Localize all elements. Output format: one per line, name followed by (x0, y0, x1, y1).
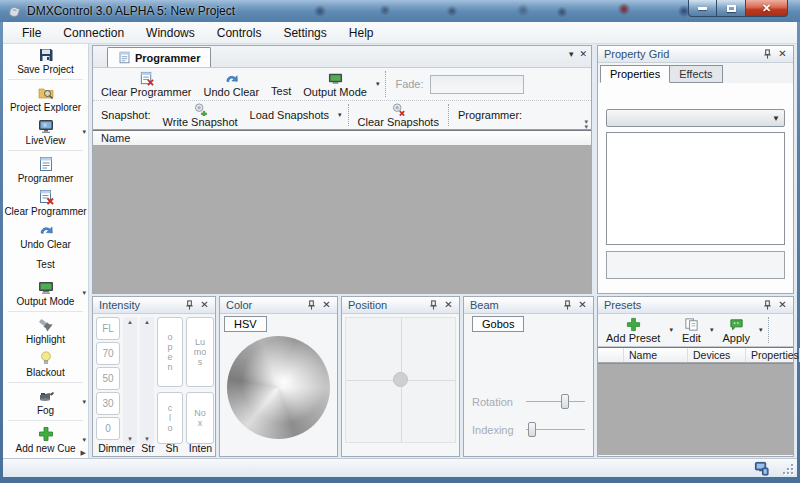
shutter-open-button[interactable]: o p e n (157, 317, 183, 387)
property-grid-description-box (606, 251, 785, 279)
pin-icon[interactable] (760, 47, 775, 61)
menu-settings[interactable]: Settings (272, 22, 337, 44)
network-status-icon[interactable] (754, 461, 769, 476)
column-header-name[interactable]: Name (93, 132, 130, 144)
column-header-name[interactable]: Name (624, 348, 688, 362)
hsv-color-wheel[interactable] (227, 336, 330, 439)
panel-close-icon[interactable]: ✕ (441, 298, 456, 312)
menu-windows[interactable]: Windows (135, 22, 206, 44)
sidebar-item-project-explorer[interactable]: Project Explorer (3, 82, 88, 115)
chevron-down-icon[interactable]: ▾ (82, 398, 86, 406)
rotation-slider-thumb[interactable] (561, 394, 569, 409)
write-snapshot-button[interactable]: Write Snapshot (157, 102, 244, 128)
sidebar-item-programmer[interactable]: Programmer (3, 153, 88, 186)
shutter-close-button[interactable]: c l o (157, 392, 183, 444)
property-grid-list[interactable] (606, 132, 785, 245)
indexing-slider[interactable] (526, 422, 585, 437)
title-bar[interactable]: DMXControl 3.0 ALPHA 5: New Project ✕ (0, 0, 800, 22)
test-button[interactable]: Test (265, 69, 297, 99)
dimmer-preset-full[interactable]: FL (96, 317, 120, 340)
pin-icon[interactable] (760, 298, 775, 312)
output-mode-dropdown-icon[interactable]: ▾ (373, 80, 383, 88)
apply-preset-button[interactable]: Apply (716, 315, 756, 345)
column-header-devices[interactable]: Devices (688, 348, 746, 362)
dimmer-preset-30[interactable]: 30 (96, 392, 120, 415)
add-preset-button[interactable]: Add Preset (600, 315, 666, 345)
chevron-down-icon[interactable]: ▾ (82, 436, 86, 444)
sidebar-item-output-mode[interactable]: Output Mode ▾ (3, 276, 88, 309)
minimize-button[interactable] (688, 0, 717, 17)
maximize-button[interactable] (717, 0, 745, 17)
toolbar-separator (385, 71, 386, 97)
panel-close-icon[interactable]: ✕ (319, 298, 334, 312)
tab-properties[interactable]: Properties (600, 65, 670, 83)
dimmer-preset-50[interactable]: 50 (96, 367, 120, 390)
load-snapshots-dropdown-icon[interactable]: ▾ (335, 111, 345, 119)
sidebar-item-clear-programmer[interactable]: Clear Programmer (3, 186, 88, 219)
menu-connection[interactable]: Connection (52, 22, 135, 44)
add-preset-dropdown-icon[interactable]: ▾ (666, 326, 676, 334)
pin-icon[interactable] (426, 298, 441, 312)
dimmer-preset-70[interactable]: 70 (96, 342, 120, 365)
pin-icon[interactable] (304, 298, 319, 312)
apply-preset-dropdown-icon[interactable]: ▾ (756, 326, 766, 334)
test-label: Test (271, 85, 291, 97)
panel-close-icon[interactable]: ✕ (197, 298, 212, 312)
position-handle[interactable] (393, 372, 408, 387)
close-button[interactable]: ✕ (745, 0, 788, 17)
load-snapshots-button[interactable]: Load Snapshots (244, 102, 336, 128)
rotation-row: Rotation (464, 394, 593, 409)
undo-clear-button[interactable]: Undo Clear (197, 69, 265, 99)
tab-programmer[interactable]: Programmer (107, 47, 211, 67)
edit-preset-button[interactable]: Edit (676, 315, 707, 345)
tab-programmer-label: Programmer (135, 52, 200, 64)
toolbar-overflow-icon[interactable]: ▾▾ (584, 119, 588, 129)
edit-preset-dropdown-icon[interactable]: ▾ (707, 326, 717, 334)
sidebar-item-test[interactable]: Test (3, 252, 88, 276)
dimmer-fader[interactable]: ▲ ▼ (123, 317, 137, 444)
app-window: DMXControl 3.0 ALPHA 5: New Project ✕ Fi… (0, 0, 800, 483)
panel-close-icon[interactable]: ✕ (775, 298, 790, 312)
sidebar-item-save-project[interactable]: Save Project (3, 44, 88, 77)
sidebar-item-highlight[interactable]: Highlight (3, 314, 88, 347)
tab-effects[interactable]: Effects (670, 65, 722, 83)
output-mode-button[interactable]: Output Mode (297, 69, 373, 99)
fade-input[interactable] (430, 75, 524, 94)
inten-label: Inten (185, 442, 216, 454)
strobe-fader[interactable]: ▲ ▼ (140, 317, 154, 444)
indexing-slider-thumb[interactable] (528, 422, 536, 437)
panel-close-icon[interactable]: ✕ (575, 298, 590, 312)
pin-icon[interactable] (182, 298, 197, 312)
rotation-slider[interactable] (526, 394, 585, 409)
panel-menu-icon[interactable]: ▾ (569, 49, 574, 59)
dimmer-preset-0[interactable]: 0 (96, 417, 120, 440)
sidebar-item-add-new-cue[interactable]: Add new Cue ▾ (3, 423, 88, 456)
presets-grid-body[interactable] (598, 363, 793, 455)
position-pad[interactable] (345, 317, 456, 443)
chevron-down-icon[interactable]: ▾ (82, 289, 86, 297)
sidebar-item-undo-clear[interactable]: Undo Clear (3, 219, 88, 252)
column-header-properties[interactable]: Properties (746, 348, 800, 362)
sidebar-scroll-arrow[interactable]: ▶ (81, 449, 86, 457)
panel-close-icon[interactable]: ✕ (579, 49, 587, 59)
menu-help[interactable]: Help (338, 22, 385, 44)
sidebar-item-fog[interactable]: Fog ▾ (3, 385, 88, 418)
resize-grip[interactable] (782, 463, 793, 474)
sidebar-item-blackout[interactable]: Blackout (3, 347, 88, 380)
clear-snapshots-button[interactable]: Clear Snapshots (352, 102, 445, 128)
fader-up-icon[interactable]: ▲ (144, 319, 150, 325)
nox-button[interactable]: No x (186, 392, 214, 444)
menu-file[interactable]: File (11, 22, 52, 44)
chevron-down-icon[interactable]: ▾ (82, 128, 86, 136)
tab-hsv[interactable]: HSV (224, 316, 267, 332)
lumos-button[interactable]: Lu mo s (186, 317, 214, 387)
fader-up-icon[interactable]: ▲ (127, 319, 133, 325)
sidebar-item-liveview[interactable]: LiveView ▾ (3, 115, 88, 148)
clear-programmer-button[interactable]: Clear Programmer (95, 69, 197, 99)
menu-controls[interactable]: Controls (206, 22, 273, 44)
programmer-list-body[interactable] (93, 146, 591, 293)
property-grid-combobox[interactable]: ▼ (606, 109, 785, 127)
panel-close-icon[interactable]: ✕ (775, 47, 790, 61)
tab-gobos[interactable]: Gobos (472, 316, 524, 332)
pin-icon[interactable] (560, 298, 575, 312)
